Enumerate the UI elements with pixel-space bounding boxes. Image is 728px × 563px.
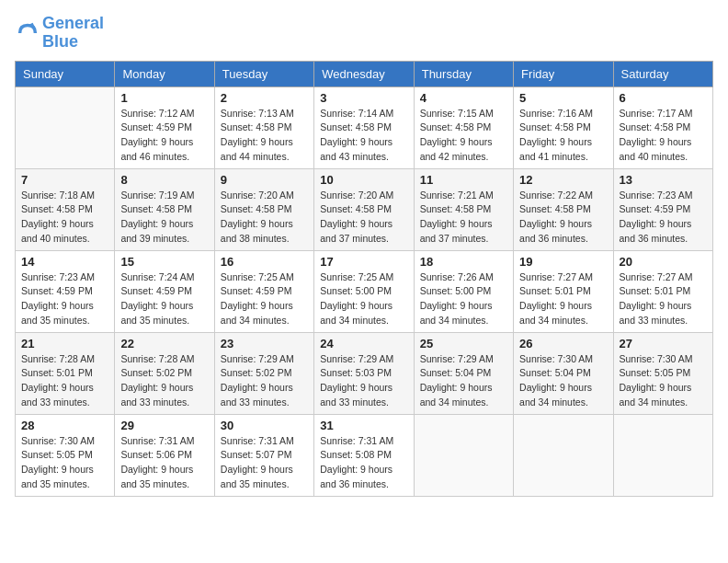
day-info: Sunrise: 7:25 AMSunset: 4:59 PMDaylight:… <box>221 270 308 328</box>
calendar-week-row: 28Sunrise: 7:30 AMSunset: 5:05 PMDayligh… <box>16 414 713 496</box>
calendar-week-row: 14Sunrise: 7:23 AMSunset: 4:59 PMDayligh… <box>16 250 713 332</box>
day-number: 1 <box>120 91 208 105</box>
day-number: 4 <box>420 91 507 105</box>
day-number: 16 <box>221 255 308 269</box>
calendar-cell: 15Sunrise: 7:24 AMSunset: 4:59 PMDayligh… <box>115 250 214 332</box>
day-info: Sunrise: 7:30 AMSunset: 5:05 PMDaylight:… <box>620 352 707 410</box>
day-info: Sunrise: 7:13 AMSunset: 4:58 PMDaylight:… <box>221 107 308 165</box>
calendar-cell: 27Sunrise: 7:30 AMSunset: 5:05 PMDayligh… <box>613 332 712 414</box>
day-number: 13 <box>620 173 707 187</box>
calendar-week-row: 21Sunrise: 7:28 AMSunset: 5:01 PMDayligh… <box>16 332 713 414</box>
weekday-header-tuesday: Tuesday <box>214 61 313 86</box>
weekday-header-sunday: Sunday <box>16 61 115 86</box>
day-number: 2 <box>221 91 308 105</box>
calendar-cell: 10Sunrise: 7:20 AMSunset: 4:58 PMDayligh… <box>314 168 414 250</box>
day-info: Sunrise: 7:24 AMSunset: 4:59 PMDaylight:… <box>120 270 208 328</box>
day-number: 30 <box>221 419 308 432</box>
day-number: 6 <box>620 91 707 105</box>
day-info: Sunrise: 7:21 AMSunset: 4:58 PMDaylight:… <box>420 189 507 247</box>
day-number: 5 <box>519 91 607 105</box>
day-info: Sunrise: 7:28 AMSunset: 5:02 PMDaylight:… <box>120 352 208 410</box>
day-info: Sunrise: 7:30 AMSunset: 5:04 PMDaylight:… <box>519 352 607 410</box>
weekday-header-monday: Monday <box>115 61 214 86</box>
day-info: Sunrise: 7:12 AMSunset: 4:59 PMDaylight:… <box>120 107 208 165</box>
day-info: Sunrise: 7:29 AMSunset: 5:03 PMDaylight:… <box>320 352 407 410</box>
calendar-cell: 9Sunrise: 7:20 AMSunset: 4:58 PMDaylight… <box>214 168 313 250</box>
day-number: 22 <box>120 337 208 350</box>
day-info: Sunrise: 7:19 AMSunset: 4:58 PMDaylight:… <box>120 189 208 247</box>
weekday-header-saturday: Saturday <box>613 61 712 86</box>
calendar-cell: 25Sunrise: 7:29 AMSunset: 5:04 PMDayligh… <box>414 332 513 414</box>
day-number: 20 <box>620 255 707 269</box>
day-number: 31 <box>320 419 407 432</box>
logo: General Blue <box>15 15 104 52</box>
day-number: 23 <box>221 337 308 350</box>
calendar-table: SundayMondayTuesdayWednesdayThursdayFrid… <box>15 61 713 497</box>
calendar-cell: 14Sunrise: 7:23 AMSunset: 4:59 PMDayligh… <box>16 250 115 332</box>
day-info: Sunrise: 7:23 AMSunset: 4:59 PMDaylight:… <box>620 189 707 247</box>
logo-text: General Blue <box>42 15 104 52</box>
day-number: 11 <box>420 173 507 187</box>
calendar-cell: 29Sunrise: 7:31 AMSunset: 5:06 PMDayligh… <box>115 414 214 496</box>
weekday-header-friday: Friday <box>514 61 613 86</box>
day-number: 24 <box>320 337 407 350</box>
calendar-cell: 1Sunrise: 7:12 AMSunset: 4:59 PMDaylight… <box>115 86 214 168</box>
day-number: 18 <box>420 255 507 269</box>
day-info: Sunrise: 7:20 AMSunset: 4:58 PMDaylight:… <box>320 189 407 247</box>
day-number: 29 <box>120 419 208 432</box>
calendar-cell: 19Sunrise: 7:27 AMSunset: 5:01 PMDayligh… <box>514 250 613 332</box>
day-info: Sunrise: 7:31 AMSunset: 5:08 PMDaylight:… <box>320 434 407 492</box>
calendar-cell: 22Sunrise: 7:28 AMSunset: 5:02 PMDayligh… <box>115 332 214 414</box>
calendar-cell: 7Sunrise: 7:18 AMSunset: 4:58 PMDaylight… <box>16 168 115 250</box>
day-info: Sunrise: 7:17 AMSunset: 4:58 PMDaylight:… <box>620 107 707 165</box>
calendar-cell: 16Sunrise: 7:25 AMSunset: 4:59 PMDayligh… <box>214 250 313 332</box>
calendar-cell <box>16 86 115 168</box>
calendar-week-row: 7Sunrise: 7:18 AMSunset: 4:58 PMDaylight… <box>16 168 713 250</box>
day-number: 27 <box>620 337 707 350</box>
calendar-cell: 13Sunrise: 7:23 AMSunset: 4:59 PMDayligh… <box>613 168 712 250</box>
calendar-cell <box>514 414 613 496</box>
calendar-cell: 23Sunrise: 7:29 AMSunset: 5:02 PMDayligh… <box>214 332 313 414</box>
day-number: 7 <box>21 173 108 187</box>
calendar-cell: 28Sunrise: 7:30 AMSunset: 5:05 PMDayligh… <box>16 414 115 496</box>
day-info: Sunrise: 7:15 AMSunset: 4:58 PMDaylight:… <box>420 107 507 165</box>
day-number: 3 <box>320 91 407 105</box>
calendar-cell: 30Sunrise: 7:31 AMSunset: 5:07 PMDayligh… <box>214 414 313 496</box>
day-number: 21 <box>21 337 108 350</box>
day-number: 28 <box>21 419 108 432</box>
calendar-cell: 18Sunrise: 7:26 AMSunset: 5:00 PMDayligh… <box>414 250 513 332</box>
day-info: Sunrise: 7:31 AMSunset: 5:06 PMDaylight:… <box>120 434 208 492</box>
weekday-header-thursday: Thursday <box>414 61 513 86</box>
calendar-cell: 8Sunrise: 7:19 AMSunset: 4:58 PMDaylight… <box>115 168 214 250</box>
calendar-cell <box>613 414 712 496</box>
calendar-cell: 20Sunrise: 7:27 AMSunset: 5:01 PMDayligh… <box>613 250 712 332</box>
day-info: Sunrise: 7:27 AMSunset: 5:01 PMDaylight:… <box>519 270 607 328</box>
day-number: 12 <box>519 173 607 187</box>
day-info: Sunrise: 7:31 AMSunset: 5:07 PMDaylight:… <box>221 434 308 492</box>
calendar-cell: 17Sunrise: 7:25 AMSunset: 5:00 PMDayligh… <box>314 250 414 332</box>
page-header: General Blue <box>15 15 713 52</box>
day-number: 19 <box>519 255 607 269</box>
day-info: Sunrise: 7:30 AMSunset: 5:05 PMDaylight:… <box>21 434 108 492</box>
day-info: Sunrise: 7:22 AMSunset: 4:58 PMDaylight:… <box>519 189 607 247</box>
calendar-cell: 5Sunrise: 7:16 AMSunset: 4:58 PMDaylight… <box>514 86 613 168</box>
day-number: 15 <box>120 255 208 269</box>
day-info: Sunrise: 7:18 AMSunset: 4:58 PMDaylight:… <box>21 189 108 247</box>
day-info: Sunrise: 7:23 AMSunset: 4:59 PMDaylight:… <box>21 270 108 328</box>
calendar-cell: 4Sunrise: 7:15 AMSunset: 4:58 PMDaylight… <box>414 86 513 168</box>
calendar-cell <box>414 414 513 496</box>
day-number: 10 <box>320 173 407 187</box>
day-number: 26 <box>519 337 607 350</box>
day-info: Sunrise: 7:25 AMSunset: 5:00 PMDaylight:… <box>320 270 407 328</box>
day-info: Sunrise: 7:14 AMSunset: 4:58 PMDaylight:… <box>320 107 407 165</box>
day-info: Sunrise: 7:27 AMSunset: 5:01 PMDaylight:… <box>620 270 707 328</box>
day-info: Sunrise: 7:26 AMSunset: 5:00 PMDaylight:… <box>420 270 507 328</box>
calendar-cell: 12Sunrise: 7:22 AMSunset: 4:58 PMDayligh… <box>514 168 613 250</box>
calendar-cell: 11Sunrise: 7:21 AMSunset: 4:58 PMDayligh… <box>414 168 513 250</box>
day-number: 17 <box>320 255 407 269</box>
calendar-cell: 26Sunrise: 7:30 AMSunset: 5:04 PMDayligh… <box>514 332 613 414</box>
day-number: 8 <box>120 173 208 187</box>
logo-icon <box>15 20 40 46</box>
day-number: 9 <box>221 173 308 187</box>
calendar-cell: 2Sunrise: 7:13 AMSunset: 4:58 PMDaylight… <box>214 86 313 168</box>
